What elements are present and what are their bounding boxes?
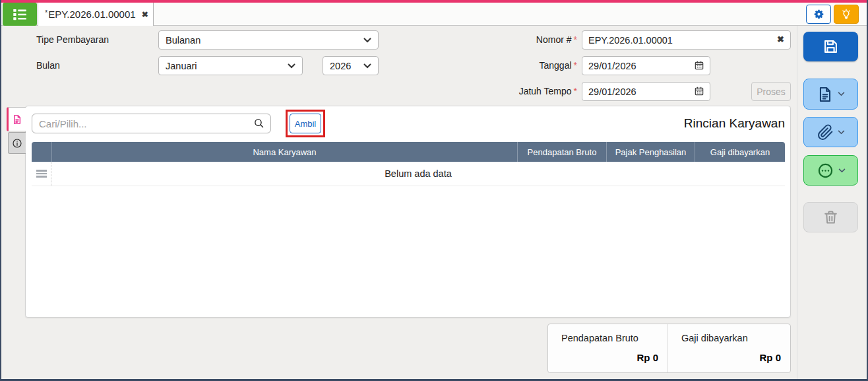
tahun-value: 2026 [330,61,351,71]
side-tab-info[interactable] [8,132,26,154]
table-header-pendapatan-bruto[interactable]: Pendapatan Bruto [517,142,606,162]
table-header-gaji-dibayarkan[interactable]: Gaji dibayarkan [695,142,785,162]
required-marker: * [574,86,577,96]
ellipsis-circle-icon [817,162,834,180]
jatuh-tempo-label: Jatuh Tempo* [462,86,577,96]
list-icon [11,6,28,23]
settings-button[interactable] [806,5,831,24]
bulan-value: Januari [166,61,197,71]
tipe-pembayaran-value: Bulanan [166,35,201,46]
chevron-down-icon [363,63,371,69]
chevron-down-icon [838,168,846,173]
app-window: * EPY.2026.01.00001 ✖ Tipe Pembayaran B [0,0,868,381]
help-button[interactable] [834,5,859,24]
summary-value: Rp 0 [636,352,658,363]
summary-pendapatan-bruto: Pendapatan Bruto Rp 0 [548,324,668,372]
gear-icon [813,9,824,20]
bulan-label: Bulan [36,60,60,71]
summary-label: Pendapatan Bruto [561,333,658,343]
trash-icon [822,209,839,226]
lightbulb-icon [840,9,852,20]
save-icon [822,38,840,55]
annotation-highlight-box [286,110,325,137]
jatuh-tempo-input[interactable] [582,82,710,101]
search-icon[interactable] [253,118,264,129]
chevron-down-icon [363,38,371,43]
nomor-input[interactable] [582,30,791,50]
info-icon [12,138,22,149]
nomor-label: Nomor #* [462,34,577,45]
table-header-pajak-penghasilan[interactable]: Pajak Penghasilan [606,142,695,162]
table-header-handle [32,142,51,162]
drag-handle-icon[interactable] [32,162,51,186]
save-button[interactable] [803,32,858,61]
summary-label: Gaji dibayarkan [681,333,781,343]
table-row: Belum ada data [32,162,785,186]
tab-close-icon[interactable]: ✖ [142,10,148,19]
bulan-select[interactable]: Januari [158,56,303,75]
search-input[interactable] [32,114,271,133]
table-header: Nama Karyawan Pendapatan Bruto Pajak Pen… [32,142,785,162]
window-top-accent [0,0,868,3]
tipe-pembayaran-select[interactable]: Bulanan [158,30,379,50]
tahun-select[interactable]: 2026 [323,56,379,75]
required-marker: * [574,60,577,71]
tab-title: EPY.2026.01.00001 [48,9,135,20]
more-actions-button[interactable] [803,155,858,186]
tanggal-label: Tanggal* [462,60,577,71]
empty-state-text: Belum ada data [51,162,785,186]
attachment-button[interactable] [803,117,858,147]
tab-document[interactable]: * EPY.2026.01.00001 ✖ [38,3,154,26]
tanggal-input[interactable] [582,56,710,75]
detail-panel [25,106,791,318]
chevron-down-icon [288,63,295,69]
document-icon [12,114,22,125]
side-tab-detail[interactable] [7,107,26,131]
clear-icon[interactable]: ✖ [777,34,784,44]
calendar-icon[interactable] [694,86,704,96]
unsaved-marker: * [45,9,47,17]
table-header-nama-karyawan[interactable]: Nama Karyawan [51,142,517,162]
summary-gaji-dibayarkan: Gaji dibayarkan Rp 0 [668,324,790,372]
search-field [32,114,271,133]
summary-card: Pendapatan Bruto Rp 0 Gaji dibayarkan Rp… [547,324,791,373]
tab-bar: * EPY.2026.01.00001 ✖ [1,3,867,26]
summary-value: Rp 0 [759,352,781,363]
document-actions-button[interactable] [803,79,858,110]
divider [797,26,797,380]
chevron-down-icon [838,130,845,135]
window-border [0,0,1,381]
proses-button: Proses [751,82,791,101]
calendar-icon[interactable] [694,60,704,71]
menu-button[interactable] [3,3,37,26]
chevron-down-icon [838,92,845,96]
document-icon [817,86,834,103]
tipe-pembayaran-label: Tipe Pembayaran [36,34,109,45]
panel-title: Rincian Karyawan [684,116,785,131]
delete-button [803,202,858,232]
paperclip-icon [817,124,834,141]
required-marker: * [574,34,577,45]
